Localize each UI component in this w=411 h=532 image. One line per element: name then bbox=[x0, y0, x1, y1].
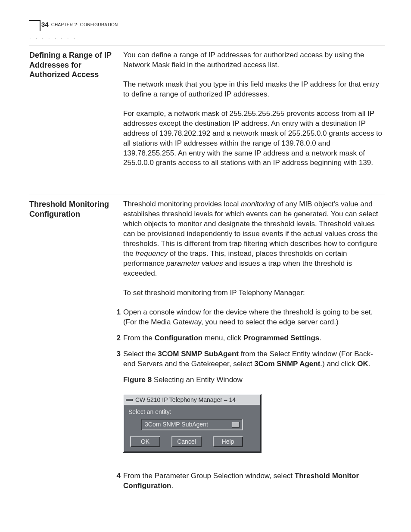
side-heading: Defining a Range of IP Addresses for Aut… bbox=[29, 50, 123, 80]
paragraph: For example, a network mask of 255.255.2… bbox=[123, 109, 385, 168]
section-threshold: Threshold Monitoring Configuration Thres… bbox=[29, 195, 385, 497]
section-body: Threshold monitoring provides local moni… bbox=[123, 199, 385, 497]
select-entity-dialog: CW 5210 IP Telephony Manager – 14 Select… bbox=[123, 394, 261, 452]
paragraph: To set threshold monitoring from IP Tele… bbox=[123, 288, 385, 298]
bold-text: 3COM SNMP SubAgent bbox=[158, 350, 239, 358]
bold-text: OK bbox=[357, 360, 368, 368]
help-button[interactable]: Help bbox=[213, 436, 243, 447]
dialog-body: Select an entity: 3Com SNMP SubAgent OK bbox=[124, 405, 260, 451]
step-number: 2 bbox=[110, 333, 123, 343]
step-body: Open a console window for the device whe… bbox=[123, 308, 385, 327]
step-body: Select the 3COM SNMP SubAgent from the S… bbox=[123, 349, 385, 465]
paragraph: The network mask that you type in this f… bbox=[123, 80, 385, 100]
section-body: You can define a range of IP addresses f… bbox=[123, 50, 385, 177]
step-number: 3 bbox=[110, 349, 123, 359]
figure-caption: Figure 8 Selecting an Entity Window bbox=[123, 375, 385, 385]
dialog-title: CW 5210 IP Telephony Manager – 14 bbox=[135, 396, 236, 404]
paragraph: Threshold monitoring provides local moni… bbox=[123, 199, 385, 279]
section-ip-range: Defining a Range of IP Addresses for Aut… bbox=[29, 46, 385, 177]
step-number: 4 bbox=[110, 471, 123, 481]
paragraph: You can define a range of IP addresses f… bbox=[123, 50, 385, 70]
italic-text: frequency bbox=[135, 249, 168, 258]
ok-button[interactable]: OK bbox=[130, 436, 160, 447]
list-item: 1 Open a console window for the device w… bbox=[123, 308, 385, 327]
page-number: 34 bbox=[41, 20, 49, 29]
cancel-button[interactable]: Cancel bbox=[171, 436, 202, 447]
corner-mark-icon bbox=[29, 20, 40, 31]
italic-text: monitoring bbox=[241, 200, 275, 208]
step-number: 1 bbox=[110, 308, 123, 317]
bold-text: Configuration bbox=[155, 334, 202, 342]
step-list: 1 Open a console window for the device w… bbox=[123, 308, 385, 491]
entity-select-value: 3Com SNMP SubAgent bbox=[145, 420, 208, 429]
list-item: 3 Select the 3COM SNMP SubAgent from the… bbox=[123, 349, 385, 465]
step-body: From the Parameter Group Selection windo… bbox=[123, 471, 385, 491]
entity-select[interactable]: 3Com SNMP SubAgent bbox=[141, 419, 243, 430]
bold-text: 3Com SNMP Agent bbox=[254, 360, 320, 368]
dialog-button-row: OK Cancel Help bbox=[128, 436, 256, 447]
italic-text: parameter values bbox=[166, 259, 223, 268]
dialog-prompt: Select an entity: bbox=[128, 408, 256, 416]
list-item: 2 From the Configuration menu, click Pro… bbox=[123, 333, 385, 343]
side-heading: Threshold Monitoring Configuration bbox=[29, 199, 123, 219]
running-head: CHAPTER 2: CONFIGURATION bbox=[51, 22, 118, 28]
dots-decoration-icon: · · · · · · · · bbox=[29, 34, 77, 41]
dropdown-button-icon[interactable] bbox=[232, 422, 240, 428]
page: 34 CHAPTER 2: CONFIGURATION · · · · · · … bbox=[0, 0, 411, 523]
dialog-titlebar: CW 5210 IP Telephony Manager – 14 bbox=[124, 395, 260, 405]
list-item: 4 From the Parameter Group Selection win… bbox=[123, 471, 385, 491]
system-menu-icon[interactable] bbox=[126, 399, 133, 401]
step-body: From the Configuration menu, click Progr… bbox=[123, 333, 385, 343]
bold-text: Programmed Settings bbox=[243, 334, 320, 342]
page-header: 34 CHAPTER 2: CONFIGURATION bbox=[29, 22, 385, 33]
